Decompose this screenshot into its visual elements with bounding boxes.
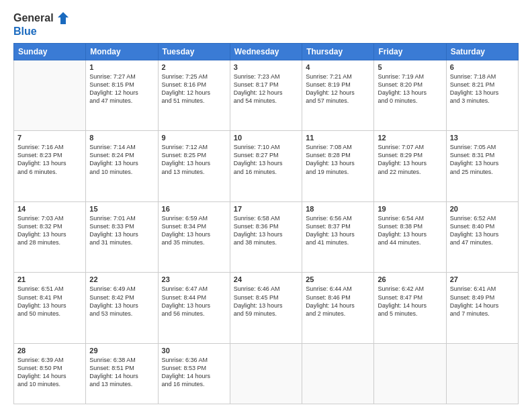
calendar-cell: 30Sunrise: 6:36 AM Sunset: 8:53 PM Dayli… [158,343,230,404]
day-number: 17 [234,205,298,213]
day-number: 19 [378,205,442,213]
day-number: 21 [17,275,82,283]
calendar-cell: 22Sunrise: 6:49 AM Sunset: 8:42 PM Dayli… [86,273,158,344]
logo-icon [55,11,70,26]
day-number: 6 [450,63,515,71]
day-info: Sunrise: 7:25 AM Sunset: 8:16 PM Dayligh… [162,73,226,105]
day-info: Sunrise: 6:56 AM Sunset: 8:37 PM Dayligh… [306,214,370,247]
day-info: Sunrise: 7:05 AM Sunset: 8:31 PM Dayligh… [450,143,515,176]
logo-general: General [13,12,54,24]
day-number: 30 [162,347,226,355]
calendar-cell: 6Sunrise: 7:18 AM Sunset: 8:21 PM Daylig… [446,60,518,131]
day-info: Sunrise: 7:27 AM Sunset: 8:15 PM Dayligh… [89,73,154,105]
calendar-cell: 5Sunrise: 7:19 AM Sunset: 8:20 PM Daylig… [374,60,446,131]
calendar-cell: 29Sunrise: 6:38 AM Sunset: 8:51 PM Dayli… [86,343,158,404]
day-info: Sunrise: 7:21 AM Sunset: 8:19 PM Dayligh… [306,73,370,105]
calendar-cell: 16Sunrise: 6:59 AM Sunset: 8:34 PM Dayli… [158,201,230,273]
header: General Blue [13,11,519,38]
day-number: 29 [89,347,154,355]
day-info: Sunrise: 7:23 AM Sunset: 8:17 PM Dayligh… [234,73,298,105]
day-info: Sunrise: 6:38 AM Sunset: 8:51 PM Dayligh… [89,356,154,389]
day-info: Sunrise: 6:47 AM Sunset: 8:44 PM Dayligh… [162,285,226,318]
calendar-cell: 27Sunrise: 6:41 AM Sunset: 8:49 PM Dayli… [446,273,518,344]
day-number: 18 [306,205,370,213]
day-number: 24 [234,275,298,283]
day-info: Sunrise: 6:59 AM Sunset: 8:34 PM Dayligh… [162,214,226,247]
day-number: 8 [89,134,154,142]
day-info: Sunrise: 6:54 AM Sunset: 8:38 PM Dayligh… [378,214,442,247]
day-info: Sunrise: 6:42 AM Sunset: 8:47 PM Dayligh… [378,285,442,318]
day-number: 11 [306,134,370,142]
calendar-cell [302,343,374,404]
day-number: 28 [17,347,82,355]
calendar-cell: 25Sunrise: 6:44 AM Sunset: 8:46 PM Dayli… [302,273,374,344]
day-info: Sunrise: 7:01 AM Sunset: 8:33 PM Dayligh… [89,214,154,247]
calendar-table: SundayMondayTuesdayWednesdayThursdayFrid… [13,43,519,404]
day-number: 15 [89,205,154,213]
calendar-cell: 20Sunrise: 6:52 AM Sunset: 8:40 PM Dayli… [446,201,518,273]
day-info: Sunrise: 7:19 AM Sunset: 8:20 PM Dayligh… [378,73,442,105]
day-number: 9 [162,134,226,142]
day-number: 10 [234,134,298,142]
calendar-cell: 19Sunrise: 6:54 AM Sunset: 8:38 PM Dayli… [374,201,446,273]
calendar-cell: 24Sunrise: 6:46 AM Sunset: 8:45 PM Dayli… [230,273,302,344]
day-number: 23 [162,275,226,283]
day-info: Sunrise: 7:07 AM Sunset: 8:29 PM Dayligh… [378,143,442,176]
svg-marker-0 [58,12,69,24]
weekday-header-sunday: Sunday [14,43,86,60]
day-number: 3 [234,63,298,71]
day-number: 12 [378,134,442,142]
calendar-cell [446,343,518,404]
calendar-cell: 28Sunrise: 6:39 AM Sunset: 8:50 PM Dayli… [14,343,86,404]
weekday-header-row: SundayMondayTuesdayWednesdayThursdayFrid… [14,43,519,60]
day-info: Sunrise: 7:08 AM Sunset: 8:28 PM Dayligh… [306,143,370,176]
day-number: 16 [162,205,226,213]
weekday-header-saturday: Saturday [446,43,518,60]
day-info: Sunrise: 7:18 AM Sunset: 8:21 PM Dayligh… [450,73,515,105]
calendar-cell [374,343,446,404]
calendar-cell: 9Sunrise: 7:12 AM Sunset: 8:25 PM Daylig… [158,131,230,202]
calendar-cell: 7Sunrise: 7:16 AM Sunset: 8:23 PM Daylig… [14,131,86,202]
day-info: Sunrise: 6:44 AM Sunset: 8:46 PM Dayligh… [306,285,370,318]
day-number: 27 [450,275,515,283]
day-number: 14 [17,205,82,213]
day-info: Sunrise: 6:58 AM Sunset: 8:36 PM Dayligh… [234,214,298,247]
day-number: 1 [89,63,154,71]
day-number: 20 [450,205,515,213]
weekday-header-wednesday: Wednesday [230,43,302,60]
day-info: Sunrise: 7:12 AM Sunset: 8:25 PM Dayligh… [162,143,226,176]
day-number: 2 [162,63,226,71]
day-number: 25 [306,275,370,283]
calendar-cell: 2Sunrise: 7:25 AM Sunset: 8:16 PM Daylig… [158,60,230,131]
calendar-cell: 10Sunrise: 7:10 AM Sunset: 8:27 PM Dayli… [230,131,302,202]
day-info: Sunrise: 6:41 AM Sunset: 8:49 PM Dayligh… [450,285,515,318]
day-info: Sunrise: 6:49 AM Sunset: 8:42 PM Dayligh… [89,285,154,318]
day-info: Sunrise: 6:46 AM Sunset: 8:45 PM Dayligh… [234,285,298,318]
logo-blue: Blue [13,26,70,38]
weekday-header-friday: Friday [374,43,446,60]
logo: General Blue [13,11,70,38]
calendar-cell: 1Sunrise: 7:27 AM Sunset: 8:15 PM Daylig… [86,60,158,131]
day-number: 26 [378,275,442,283]
calendar-cell: 15Sunrise: 7:01 AM Sunset: 8:33 PM Dayli… [86,201,158,273]
day-info: Sunrise: 6:51 AM Sunset: 8:41 PM Dayligh… [17,285,82,318]
day-number: 22 [89,275,154,283]
calendar-week-3: 14Sunrise: 7:03 AM Sunset: 8:32 PM Dayli… [14,201,519,273]
day-number: 5 [378,63,442,71]
weekday-header-monday: Monday [86,43,158,60]
calendar-cell: 18Sunrise: 6:56 AM Sunset: 8:37 PM Dayli… [302,201,374,273]
calendar-cell: 3Sunrise: 7:23 AM Sunset: 8:17 PM Daylig… [230,60,302,131]
calendar-cell [14,60,86,131]
calendar-cell [230,343,302,404]
calendar-week-2: 7Sunrise: 7:16 AM Sunset: 8:23 PM Daylig… [14,131,519,202]
day-info: Sunrise: 6:52 AM Sunset: 8:40 PM Dayligh… [450,214,515,247]
day-number: 13 [450,134,515,142]
calendar-week-4: 21Sunrise: 6:51 AM Sunset: 8:41 PM Dayli… [14,273,519,344]
calendar-week-1: 1Sunrise: 7:27 AM Sunset: 8:15 PM Daylig… [14,60,519,131]
day-info: Sunrise: 7:03 AM Sunset: 8:32 PM Dayligh… [17,214,82,247]
day-number: 7 [17,134,82,142]
calendar-cell: 26Sunrise: 6:42 AM Sunset: 8:47 PM Dayli… [374,273,446,344]
calendar-cell: 14Sunrise: 7:03 AM Sunset: 8:32 PM Dayli… [14,201,86,273]
calendar-cell: 13Sunrise: 7:05 AM Sunset: 8:31 PM Dayli… [446,131,518,202]
calendar-cell: 11Sunrise: 7:08 AM Sunset: 8:28 PM Dayli… [302,131,374,202]
